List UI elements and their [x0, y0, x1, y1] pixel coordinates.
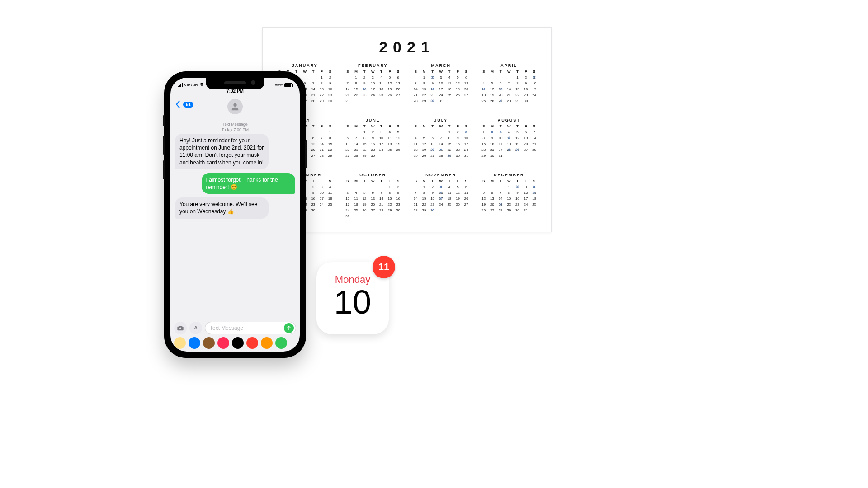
appstore-icon[interactable]: A [189, 322, 202, 334]
month-name: FEBRUARY [344, 63, 403, 68]
message-incoming[interactable]: You are very welcome. We'll see you on W… [175, 197, 269, 218]
dock-app-7[interactable] [275, 337, 287, 349]
month-august: AUGUSTSMTWTFS123456789101112131415161718… [480, 118, 539, 164]
month-february: FEBRUARYSMTWTFS1234567891011121314151617… [344, 63, 403, 110]
month-name: JUNE [344, 118, 403, 122]
month-december: DECEMBERSMTWTFS1234567891011121314151617… [480, 173, 539, 219]
thread-meta-type: Text Message [170, 122, 300, 127]
mute-switch[interactable] [163, 115, 165, 126]
message-input[interactable]: Text Message [205, 322, 296, 334]
message-placeholder: Text Message [210, 325, 243, 331]
month-name: NOVEMBER [411, 173, 471, 177]
volume-up[interactable] [163, 136, 165, 155]
message-outgoing[interactable]: I almost forgot! Thanks for the reminder… [202, 173, 295, 194]
signal-icon [178, 83, 183, 87]
dock-app-5[interactable] [246, 337, 258, 349]
dock-app-0[interactable] [174, 337, 186, 349]
imessage-app-dock[interactable] [170, 336, 300, 350]
power-button[interactable] [305, 140, 307, 168]
battery-icon [284, 83, 292, 87]
dock-app-2[interactable] [203, 337, 215, 349]
dock-app-3[interactable] [217, 337, 229, 349]
dock-app-4[interactable] [232, 337, 244, 349]
month-november: NOVEMBERSMTWTFS1234567891011121314151617… [411, 173, 471, 219]
month-name: MARCH [411, 63, 471, 68]
month-name: JANUARY [275, 63, 335, 68]
messages-header: 61 [170, 94, 300, 119]
thread-meta: Text Message Today 7:00 PM [170, 122, 300, 132]
carrier-label: VIRGIN [184, 83, 198, 87]
message-list[interactable]: Hey! Just a reminder for your appointmen… [170, 134, 300, 320]
month-name: AUGUST [480, 118, 539, 122]
svg-point-2 [179, 328, 181, 329]
back-button[interactable]: 61 [175, 100, 193, 108]
month-march: MARCHSMTWTFS1234567891011121314151617181… [411, 63, 471, 110]
month-name: JULY [411, 118, 471, 122]
volume-down[interactable] [163, 160, 165, 179]
calendar-year-title: 2021 [275, 38, 538, 56]
dock-app-6[interactable] [261, 337, 273, 349]
calendar-day: 10 [334, 286, 371, 319]
notch [206, 78, 264, 89]
notification-badge: 11 [373, 256, 395, 278]
unread-badge: 61 [183, 102, 193, 108]
month-name: DECEMBER [480, 173, 539, 177]
phone-frame: VIRGIN 86% 7:02 PM 61 Text Message Today [165, 72, 305, 357]
svg-text:A: A [194, 325, 197, 330]
battery-pct: 86% [275, 83, 283, 87]
compose-bar: A Text Message [170, 320, 300, 336]
camera-icon[interactable] [174, 322, 187, 334]
calendar-app-icon[interactable]: 11 Monday 10 [316, 262, 389, 334]
month-name: APRIL [480, 63, 539, 68]
month-name: OCTOBER [344, 173, 403, 177]
dock-app-1[interactable] [189, 337, 200, 349]
contact-avatar[interactable] [227, 99, 243, 114]
month-april: APRILSMTWTFS1234567891011121314151617181… [480, 63, 539, 110]
send-button[interactable] [284, 323, 294, 333]
message-incoming[interactable]: Hey! Just a reminder for your appointmen… [175, 134, 269, 169]
year-calendar: 2021 JANUARYSMTWTFS123456789101112131415… [262, 27, 552, 232]
svg-point-1 [233, 103, 236, 107]
wifi-icon [199, 82, 204, 88]
svg-point-0 [202, 86, 202, 86]
thread-meta-time: Today 7:00 PM [170, 127, 300, 133]
phone-screen: VIRGIN 86% 7:02 PM 61 Text Message Today [170, 78, 300, 352]
month-july: JULYSMTWTFS12345678910111213141516171819… [411, 118, 471, 164]
month-june: JUNESMTWTFS12345678910111213141516171819… [344, 118, 403, 164]
month-october: OCTOBERSMTWTFS12345678910111213141516171… [344, 173, 403, 219]
